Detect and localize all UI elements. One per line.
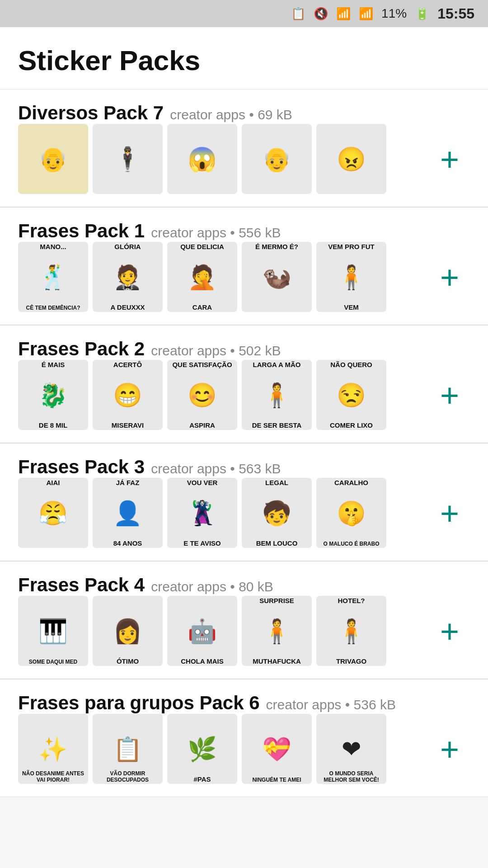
sticker-top-label: NÃO QUERO	[317, 361, 385, 368]
packs-container: Diversos Pack 7creator apps • 69 kB👴🕴😱👴😠…	[0, 89, 488, 797]
sticker-item: ACERTÔ😁MISERAVI	[93, 360, 163, 430]
sticker-bottom-label: O MALUCO É BRABO	[317, 541, 385, 547]
sticker-item: 🕴	[93, 124, 163, 194]
sticker-item: NÃO QUERO😒COMER LIXO	[316, 360, 386, 430]
sticker-figure: 🌿	[188, 737, 217, 761]
battery-icon: 🔋	[415, 7, 429, 21]
sticker-bottom-label: MISERAVI	[94, 421, 162, 429]
pack-name: Frases para grupos Pack 6	[18, 692, 260, 714]
add-pack-button[interactable]: +	[429, 611, 470, 651]
sticker-item: QUE SATISFAÇÃO😊ASPIRA	[167, 360, 237, 430]
sticker-bottom-label: CARA	[168, 303, 236, 311]
sticker-top-label: VOU VER	[168, 479, 236, 486]
sticker-item: É MERMO É?🦦	[242, 242, 312, 312]
sticker-item: 👴	[242, 124, 312, 194]
sticker-bottom-label: NÃO DESANIME ANTES VAI PIORAR!	[19, 770, 87, 783]
sticker-bottom-label: VEM	[317, 303, 385, 311]
pack-name: Frases Pack 2	[18, 338, 145, 360]
sticker-item: VOU VER🦹E TE AVISO	[167, 478, 237, 548]
sticker-top-label: ACERTÔ	[94, 361, 162, 368]
sticker-top-label: É MERMO É?	[243, 243, 311, 250]
sticker-item: JÁ FAZ👤84 ANOS	[93, 478, 163, 548]
sticker-item: 😱	[167, 124, 237, 194]
sticker-figure: 👴	[262, 147, 291, 171]
pack-section-diversos7: Diversos Pack 7creator apps • 69 kB👴🕴😱👴😠…	[0, 89, 488, 207]
pack-meta: creator apps • 80 kB	[151, 579, 273, 594]
sticker-top-label: AIAI	[19, 479, 87, 486]
sticker-item: QUE DELICIA🤦CARA	[167, 242, 237, 312]
sticker-bottom-label: VÃO DORMIR DESOCUPADOS	[94, 770, 162, 783]
sticker-bottom-label: SOME DAQUI MED	[19, 659, 87, 665]
sticker-top-label: CARALHO	[317, 479, 385, 486]
sticker-figure: 🧒	[262, 501, 291, 525]
sticker-bottom-label: O MUNDO SERIA MELHOR SEM VOCÊ!	[317, 770, 385, 783]
sticker-top-label: VEM PRO FUT	[317, 243, 385, 250]
sticker-top-label: LARGA A MÃO	[243, 361, 311, 368]
sticker-top-label: JÁ FAZ	[94, 479, 162, 486]
sticker-figure: 🕺	[38, 265, 68, 289]
sticker-figure: 😤	[38, 501, 68, 525]
sticker-figure: 🤵	[113, 265, 142, 289]
sticker-item: É MAIS🐉DE 8 MIL	[18, 360, 88, 430]
sticker-figure: 📋	[113, 737, 142, 761]
pack-meta: creator apps • 556 kB	[151, 225, 281, 241]
sticker-top-label: LEGAL	[243, 479, 311, 486]
page-title: Sticker Packs	[0, 27, 488, 89]
sticker-item: 👩ÓTIMO	[93, 596, 163, 666]
sticker-figure: ❤	[342, 737, 361, 761]
sticker-bottom-label: DE SER BESTA	[243, 421, 311, 429]
battery-percent: 11%	[381, 6, 407, 21]
sticker-figure: 🧍	[262, 619, 291, 643]
sticker-figure: 😊	[188, 383, 217, 407]
pack-section-frases1: Frases Pack 1creator apps • 556 kBMANO..…	[0, 207, 488, 325]
sticker-figure: 🕴	[113, 147, 142, 171]
sticker-item: 🎹SOME DAQUI MED	[18, 596, 88, 666]
status-icon-wifi: 📶	[336, 7, 351, 21]
sticker-bottom-label: COMER LIXO	[317, 421, 385, 429]
sticker-top-label: HOTEL?	[317, 597, 385, 604]
sticker-figure: 😱	[188, 147, 217, 171]
add-pack-button[interactable]: +	[429, 375, 470, 415]
sticker-bottom-label: 84 ANOS	[94, 539, 162, 547]
sticker-figure: 🧍	[337, 619, 366, 643]
add-pack-button[interactable]: +	[429, 257, 470, 297]
add-pack-button[interactable]: +	[429, 493, 470, 533]
sticker-item: SURPRISE🧍MUTHAFUCKA	[242, 596, 312, 666]
clock: 15:55	[437, 5, 474, 22]
pack-name: Frases Pack 4	[18, 574, 145, 596]
sticker-figure: 🤫	[337, 501, 366, 525]
pack-section-frases3: Frases Pack 3creator apps • 563 kBAIAI😤J…	[0, 443, 488, 561]
sticker-item: 👴	[18, 124, 88, 194]
sticker-bottom-label: BEM LOUCO	[243, 539, 311, 547]
sticker-top-label: MANO...	[19, 243, 87, 250]
sticker-top-label: SURPRISE	[243, 597, 311, 604]
sticker-figure: 🦹	[188, 501, 217, 525]
sticker-figure: 😁	[113, 383, 142, 407]
pack-meta: creator apps • 563 kB	[151, 461, 281, 476]
sticker-item: LARGA A MÃO🧍DE SER BESTA	[242, 360, 312, 430]
sticker-bottom-label: A DEUXXX	[94, 303, 162, 311]
sticker-figure: 🧍	[337, 265, 366, 289]
sticker-item: 😠	[316, 124, 386, 194]
sticker-figure: 😒	[337, 383, 366, 407]
sticker-bottom-label: MUTHAFUCKA	[243, 657, 311, 665]
add-pack-button[interactable]: +	[429, 729, 470, 769]
sticker-figure: 👤	[113, 501, 142, 525]
sticker-item: 🤖CHOLA MAIS	[167, 596, 237, 666]
sticker-item: 💝NINGUÉM TE AMEI	[242, 714, 312, 784]
add-pack-button[interactable]: +	[429, 139, 470, 179]
sticker-item: GLÓRIA🤵A DEUXXX	[93, 242, 163, 312]
sticker-figure: ✨	[38, 737, 68, 761]
pack-section-frases4: Frases Pack 4creator apps • 80 kB🎹SOME D…	[0, 561, 488, 679]
sticker-figure: 🤖	[188, 619, 217, 643]
pack-meta: creator apps • 69 kB	[170, 107, 292, 123]
sticker-bottom-label: DE 8 MIL	[19, 421, 87, 429]
sticker-item: ❤O MUNDO SERIA MELHOR SEM VOCÊ!	[316, 714, 386, 784]
sticker-figure: 🐉	[38, 383, 68, 407]
pack-name: Frases Pack 3	[18, 456, 145, 478]
sticker-figure: 😠	[337, 147, 366, 171]
sticker-figure: 💝	[262, 737, 291, 761]
pack-meta: creator apps • 502 kB	[151, 343, 281, 359]
sticker-bottom-label: TRIVAGO	[317, 657, 385, 665]
sticker-figure: 👩	[113, 619, 142, 643]
